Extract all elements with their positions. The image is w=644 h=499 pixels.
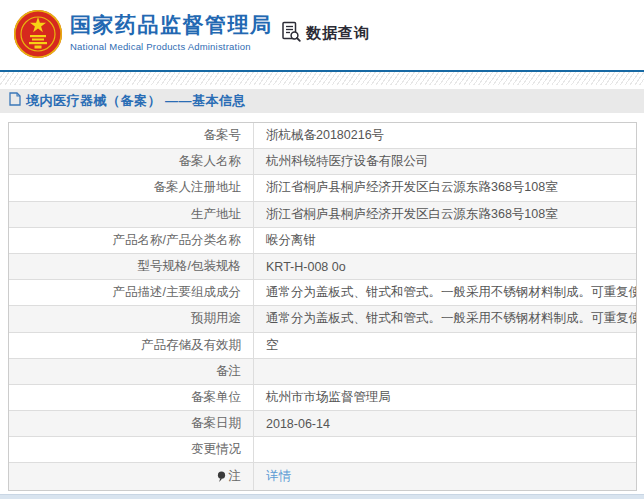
row-value-cell: 喉分离钳: [254, 228, 636, 253]
document-icon: [9, 92, 21, 110]
table-row: 备注: [9, 359, 636, 385]
row-label: 备案人名称: [179, 153, 242, 170]
row-label: 生产地址: [191, 206, 241, 223]
table-row: 产品名称/产品分类名称喉分离钳: [9, 228, 636, 254]
row-label-cell: 型号规格/包装规格: [9, 254, 254, 279]
row-value: 浙杭械备20180216号: [266, 127, 384, 144]
info-table: 备案号浙杭械备20180216号备案人名称杭州科锐特医疗设备有限公司备案人注册地…: [8, 122, 637, 491]
row-label-cell: 变更情况: [9, 437, 254, 462]
header: 国家药品监督管理局 National Medical Products Admi…: [0, 0, 644, 70]
row-value-cell: 详情: [254, 463, 636, 489]
table-row: 预期用途通常分为盖板式、钳式和管式。一般采用不锈钢材料制成。可重复使用。: [9, 306, 636, 332]
row-label-cell: 预期用途: [9, 306, 254, 331]
row-value: 杭州市市场监督管理局: [266, 389, 391, 406]
national-emblem-logo: [13, 9, 63, 59]
row-label: 注: [229, 468, 242, 485]
row-value-cell: 2018-06-14: [254, 411, 636, 436]
row-label-cell: 产品存储及有效期: [9, 333, 254, 358]
row-value-cell: 浙杭械备20180216号: [254, 123, 636, 148]
row-label: 产品描述/主要组成成分: [113, 284, 241, 301]
row-label: 备案日期: [191, 415, 241, 432]
row-label-cell: 备案单位: [9, 385, 254, 410]
row-value-cell: 空: [254, 333, 636, 358]
row-value: 空: [266, 337, 279, 354]
row-value-cell: 通常分为盖板式、钳式和管式。一般采用不锈钢材料制成。可重复使用。: [254, 280, 636, 305]
table-row: 备案日期2018-06-14: [9, 411, 636, 437]
row-label: 备案号: [204, 127, 242, 144]
table-row: 备案人注册地址浙江省桐庐县桐庐经济开发区白云源东路368号108室: [9, 175, 636, 201]
document-search-icon: [281, 21, 302, 46]
row-value: 2018-06-14: [266, 417, 330, 431]
table-row: 备案号浙杭械备20180216号: [9, 123, 636, 149]
row-value: KRT-H-008 0o: [266, 260, 346, 274]
row-value-cell: 杭州科锐特医疗设备有限公司: [254, 149, 636, 174]
row-label-cell: 备案人名称: [9, 149, 254, 174]
row-label-cell: 产品名称/产品分类名称: [9, 228, 254, 253]
pin-icon: [217, 471, 226, 483]
section-title: 境内医疗器械（备案） ——基本信息: [26, 92, 246, 110]
row-label: 变更情况: [191, 441, 241, 458]
row-label: 产品名称/产品分类名称: [113, 232, 241, 249]
row-value-cell: KRT-H-008 0o: [254, 254, 636, 279]
agency-title-block: 国家药品监督管理局 National Medical Products Admi…: [70, 12, 273, 52]
row-label: 备注: [216, 363, 241, 380]
table-row: 备案单位杭州市市场监督管理局: [9, 385, 636, 411]
row-value: 通常分为盖板式、钳式和管式。一般采用不锈钢材料制成。可重复使用。: [266, 310, 636, 327]
row-value-cell: 浙江省桐庐县桐庐经济开发区白云源东路368号108室: [254, 202, 636, 227]
agency-name-cn: 国家药品监督管理局: [70, 12, 273, 38]
row-value-cell: [254, 359, 636, 384]
table-row: 注详情: [9, 463, 636, 489]
row-label: 备案人注册地址: [154, 179, 242, 196]
section-title-bar: 境内医疗器械（备案） ——基本信息: [0, 89, 644, 113]
row-label-cell: 备案号: [9, 123, 254, 148]
row-label-cell: 备案日期: [9, 411, 254, 436]
row-value: 通常分为盖板式、钳式和管式。一般采用不锈钢材料制成。可重复使用。: [266, 284, 636, 301]
row-value: 喉分离钳: [266, 232, 316, 249]
table-row: 备案人名称杭州科锐特医疗设备有限公司: [9, 149, 636, 175]
detail-link[interactable]: 详情: [266, 468, 291, 485]
row-label-cell: 生产地址: [9, 202, 254, 227]
row-value: 杭州科锐特医疗设备有限公司: [266, 153, 429, 170]
data-query-nav[interactable]: 数据查询: [281, 21, 370, 46]
agency-name-en: National Medical Products Administration: [70, 41, 273, 52]
row-value-cell: 通常分为盖板式、钳式和管式。一般采用不锈钢材料制成。可重复使用。: [254, 306, 636, 331]
row-label: 预期用途: [191, 310, 241, 327]
row-label-cell: 注: [9, 463, 254, 489]
row-label-cell: 备注: [9, 359, 254, 384]
table-row: 变更情况: [9, 437, 636, 463]
row-label-cell: 产品描述/主要组成成分: [9, 280, 254, 305]
table-row: 型号规格/包装规格KRT-H-008 0o: [9, 254, 636, 280]
row-value: 浙江省桐庐县桐庐经济开发区白云源东路368号108室: [266, 206, 558, 223]
row-label: 备案单位: [191, 389, 241, 406]
data-query-label: 数据查询: [306, 24, 370, 43]
table-row: 产品存储及有效期空: [9, 333, 636, 359]
bottom-band: [0, 494, 644, 499]
row-value-cell: 杭州市市场监督管理局: [254, 385, 636, 410]
table-row: 生产地址浙江省桐庐县桐庐经济开发区白云源东路368号108室: [9, 202, 636, 228]
table-row: 产品描述/主要组成成分通常分为盖板式、钳式和管式。一般采用不锈钢材料制成。可重复…: [9, 280, 636, 306]
row-label-cell: 备案人注册地址: [9, 175, 254, 200]
striped-band: [0, 72, 644, 85]
row-label: 型号规格/包装规格: [138, 258, 241, 275]
row-value: 浙江省桐庐县桐庐经济开发区白云源东路368号108室: [266, 179, 558, 196]
row-value-cell: 浙江省桐庐县桐庐经济开发区白云源东路368号108室: [254, 175, 636, 200]
row-label: 产品存储及有效期: [141, 337, 241, 354]
row-value-cell: [254, 437, 636, 462]
